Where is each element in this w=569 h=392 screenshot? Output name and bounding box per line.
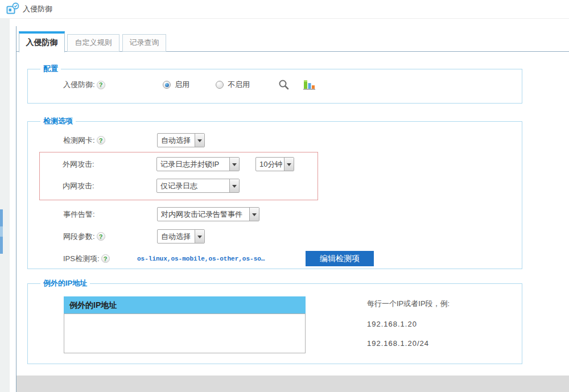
- block-duration-value: 10分钟: [256, 158, 284, 171]
- radio-enable[interactable]: 启用: [163, 80, 189, 90]
- intrusion-prevention-label: 入侵防御:: [63, 80, 95, 90]
- nic-select-value: 自动选择: [158, 134, 195, 147]
- edit-detection-items-button[interactable]: 编辑检测项: [306, 251, 374, 266]
- detection-legend: 检测选项: [40, 116, 76, 126]
- radio-disable-label: 不启用: [228, 80, 250, 90]
- exception-ip-textarea[interactable]: [64, 313, 306, 353]
- exception-ip-table-header: 例外的IP地址: [64, 296, 306, 313]
- module-badge-icon: [6, 2, 19, 16]
- internal-attack-value: 仅记录日志: [157, 179, 229, 192]
- bar-chart-icon[interactable]: [303, 79, 316, 90]
- internal-attack-select[interactable]: 仅记录日志: [156, 179, 240, 193]
- exception-ip-hint: 每行一个IP或者IP段，例: 192.168.1.20 192.168.1.20…: [367, 296, 450, 353]
- radio-enable-control[interactable]: [163, 81, 171, 89]
- radio-disable[interactable]: 不启用: [216, 80, 250, 90]
- internal-attack-label: 内网攻击:: [63, 181, 94, 191]
- exception-ip-legend: 例外的IP地址: [40, 278, 90, 288]
- external-attack-select[interactable]: 记录日志并封锁IP: [156, 157, 240, 171]
- handle-grip: [0, 226, 3, 237]
- radio-disable-control[interactable]: [216, 81, 224, 89]
- bottom-bar: [17, 376, 569, 392]
- help-icon[interactable]: ?: [97, 136, 105, 145]
- chevron-down-icon[interactable]: [229, 158, 239, 171]
- block-duration-select[interactable]: 10分钟: [255, 157, 294, 171]
- chevron-down-icon[interactable]: [249, 208, 259, 221]
- chevron-down-icon[interactable]: [229, 179, 239, 192]
- help-icon[interactable]: ?: [97, 81, 105, 89]
- external-attack-value: 记录日志并封锁IP: [157, 158, 229, 171]
- help-icon[interactable]: ?: [101, 254, 110, 263]
- help-icon[interactable]: ?: [97, 232, 105, 241]
- config-section: 配置 入侵防御: ? 启用 不启用: [27, 64, 522, 104]
- ips-items-label: IPS检测项:: [63, 254, 100, 264]
- app-header: 入侵防御: [0, 0, 569, 19]
- segment-param-value: 自动选择: [158, 230, 195, 243]
- hint-example-1: 192.168.1.20: [367, 320, 450, 328]
- segment-param-label: 网段参数:: [63, 232, 95, 242]
- detection-section: 检测选项 检测网卡: ? 自动选择 外网攻击: 记录日志并封锁IP 10分钟: [27, 116, 522, 269]
- tab-record-query[interactable]: 记录查询: [122, 34, 166, 52]
- event-alarm-label: 事件告警:: [63, 209, 95, 220]
- segment-param-select[interactable]: 自动选择: [157, 229, 205, 244]
- tab-custom-rules[interactable]: 自定义规则: [67, 34, 119, 52]
- hint-title: 每行一个IP或者IP段，例:: [367, 299, 450, 309]
- chevron-down-icon[interactable]: [284, 158, 294, 171]
- event-alarm-value: 对内网攻击记录告警事件: [158, 208, 249, 221]
- external-attack-label: 外网攻击:: [63, 159, 94, 170]
- nic-select[interactable]: 自动选择: [157, 133, 205, 147]
- radio-enable-label: 启用: [175, 80, 189, 90]
- frame-border: [16, 26, 17, 392]
- chevron-down-icon[interactable]: [195, 134, 204, 147]
- exception-ip-section: 例外的IP地址 例外的IP地址 每行一个IP或者IP段，例: 192.168.1…: [27, 278, 522, 364]
- chevron-down-icon[interactable]: [195, 230, 204, 243]
- tab-intrusion-prevention[interactable]: 入侵防御: [19, 31, 65, 52]
- config-legend: 配置: [40, 64, 61, 74]
- ips-items-value: os-linux,os-mobile,os-other,os-so…: [137, 255, 306, 262]
- hint-example-2: 192.168.1.20/24: [367, 339, 450, 348]
- search-icon[interactable]: [278, 79, 290, 90]
- nic-label: 检测网卡:: [63, 135, 95, 146]
- event-alarm-select[interactable]: 对内网攻击记录告警事件: [157, 207, 259, 221]
- sidebar-collapse-handle[interactable]: [0, 209, 3, 254]
- left-rail: [0, 19, 10, 392]
- page-title: 入侵防御: [23, 4, 52, 14]
- attack-settings-highlight-box: 外网攻击: 记录日志并封锁IP 10分钟 内网攻击: 仅记录日志: [39, 152, 318, 200]
